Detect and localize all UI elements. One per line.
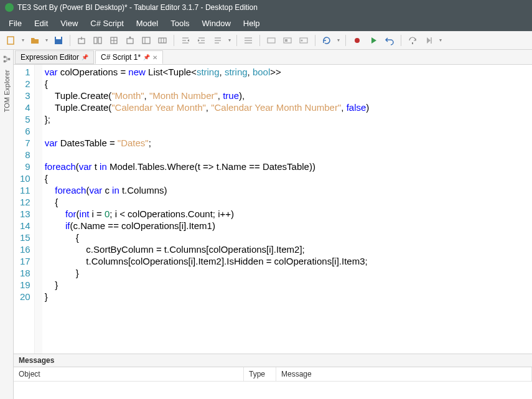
tool-4[interactable] xyxy=(123,33,138,48)
svg-rect-11 xyxy=(142,37,150,44)
open-dropdown[interactable] xyxy=(44,37,50,43)
svg-rect-5 xyxy=(98,37,101,44)
titlebar-text: TE3 Sort By (Power BI Desktop)* - Tabula… xyxy=(17,3,258,12)
toolbar-separator xyxy=(345,35,346,46)
new-dropdown[interactable] xyxy=(20,37,26,43)
toolbar-separator xyxy=(401,35,401,46)
indent-button[interactable] xyxy=(178,33,193,48)
menu-model[interactable]: Model xyxy=(130,17,164,30)
tool-5[interactable] xyxy=(139,33,154,48)
tom-explorer-icon xyxy=(2,55,11,63)
tool-7[interactable] xyxy=(264,33,279,48)
menubar: File Edit View C# Script Model Tools Win… xyxy=(0,15,532,31)
svg-point-20 xyxy=(301,39,303,41)
svg-rect-25 xyxy=(3,60,6,63)
outdent-button[interactable] xyxy=(194,33,209,48)
svg-rect-9 xyxy=(127,39,133,44)
code-content[interactable]: var colOperations = new List<Tuple<strin… xyxy=(42,65,532,354)
app-icon xyxy=(5,3,14,12)
toolbar-separator xyxy=(236,35,237,46)
svg-point-21 xyxy=(355,38,360,43)
col-object[interactable]: Object xyxy=(14,367,244,381)
tool-2[interactable] xyxy=(90,33,105,48)
menu-csharp-script[interactable]: C# Script xyxy=(84,17,129,30)
svg-rect-24 xyxy=(3,56,6,59)
toolbar xyxy=(0,31,532,50)
menu-tools[interactable]: Tools xyxy=(164,17,195,30)
svg-rect-4 xyxy=(94,37,97,44)
comment-button[interactable] xyxy=(241,33,256,48)
menu-window[interactable]: Window xyxy=(196,17,237,30)
run-button[interactable] xyxy=(366,33,381,48)
record-button[interactable] xyxy=(350,33,365,48)
tool-6[interactable] xyxy=(155,33,170,48)
menu-edit[interactable]: Edit xyxy=(28,17,54,30)
titlebar: TE3 Sort By (Power BI Desktop)* - Tabula… xyxy=(0,0,532,15)
tab-label: C# Script 1* xyxy=(101,53,141,62)
tab-label: Expression Editor xyxy=(21,53,79,62)
svg-rect-13 xyxy=(159,38,166,43)
svg-rect-22 xyxy=(412,42,413,44)
toolbar-separator xyxy=(259,35,260,46)
svg-rect-2 xyxy=(56,37,61,39)
svg-rect-0 xyxy=(7,37,14,44)
svg-rect-16 xyxy=(268,38,275,43)
pin-icon[interactable]: 📌 xyxy=(82,54,88,60)
fold-margin xyxy=(35,65,42,354)
menu-help[interactable]: Help xyxy=(237,17,266,30)
tool-1[interactable] xyxy=(74,33,89,48)
tool-8[interactable] xyxy=(280,33,295,48)
undo-button[interactable] xyxy=(382,33,397,48)
toolbar-separator xyxy=(174,35,174,46)
refresh-dropdown[interactable] xyxy=(335,37,342,43)
col-type[interactable]: Type xyxy=(244,367,276,381)
tab-csharp-script[interactable]: C# Script 1* 📌 ✕ xyxy=(95,50,163,64)
step-into-button[interactable] xyxy=(421,33,436,48)
format-button[interactable] xyxy=(210,33,225,48)
new-button[interactable] xyxy=(4,33,19,48)
save-button[interactable] xyxy=(51,33,66,48)
open-button[interactable] xyxy=(27,33,42,48)
messages-panel: Messages Object Type Message xyxy=(14,354,532,399)
tool-9[interactable] xyxy=(296,33,311,48)
col-message[interactable]: Message xyxy=(276,367,532,381)
format-dropdown[interactable] xyxy=(226,37,233,43)
line-gutter: 1234567891011121314151617181920 xyxy=(14,65,35,354)
tabs: Expression Editor 📌 C# Script 1* 📌 ✕ xyxy=(14,50,532,65)
toolbar-separator xyxy=(315,35,315,46)
messages-body xyxy=(14,382,532,399)
messages-header[interactable]: Messages xyxy=(14,354,532,367)
sidebar-label[interactable]: TOM Explorer xyxy=(3,70,11,112)
messages-columns: Object Type Message xyxy=(14,367,532,382)
svg-rect-26 xyxy=(7,58,10,60)
toolbar-separator xyxy=(70,35,70,46)
svg-rect-18 xyxy=(285,39,287,42)
sidebar[interactable]: TOM Explorer xyxy=(0,50,14,399)
step-over-button[interactable] xyxy=(405,33,420,48)
refresh-button[interactable] xyxy=(319,33,334,48)
tab-expression-editor[interactable]: Expression Editor 📌 xyxy=(15,50,94,64)
code-editor[interactable]: 1234567891011121314151617181920 var colO… xyxy=(14,65,532,354)
svg-point-10 xyxy=(129,36,131,38)
menu-file[interactable]: File xyxy=(2,17,28,30)
menu-view[interactable]: View xyxy=(54,17,84,30)
close-icon[interactable]: ✕ xyxy=(152,54,157,61)
pin-icon[interactable]: 📌 xyxy=(143,54,150,60)
debug-dropdown[interactable] xyxy=(437,37,444,43)
tool-3[interactable] xyxy=(106,33,121,48)
